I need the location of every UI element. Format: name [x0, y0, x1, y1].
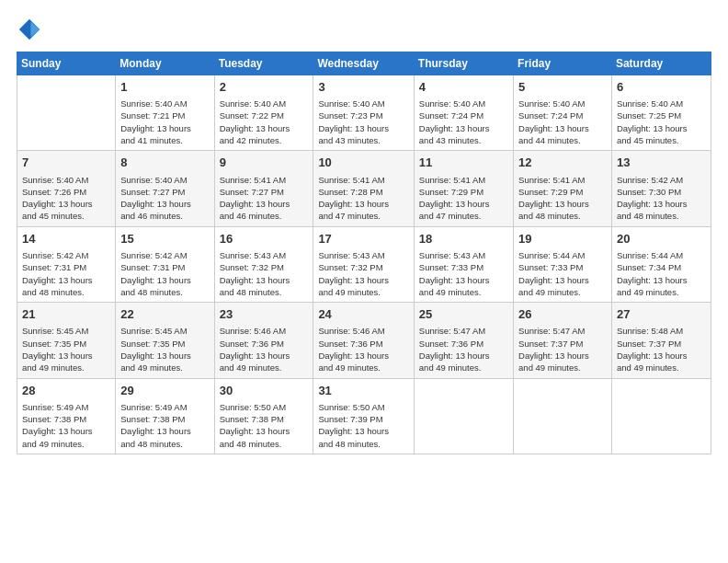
- day-info-line: Sunrise: 5:46 AM: [220, 325, 309, 337]
- day-number: 14: [22, 231, 110, 247]
- calendar-cell: 20Sunrise: 5:44 AMSunset: 7:34 PMDayligh…: [611, 226, 711, 302]
- day-info-line: Sunset: 7:33 PM: [419, 261, 508, 273]
- day-info-line: Sunset: 7:38 PM: [120, 413, 209, 425]
- day-info-line: Daylight: 13 hours: [120, 350, 209, 362]
- day-info-line: and 48 minutes.: [220, 286, 309, 298]
- day-info-line: Sunset: 7:37 PM: [518, 338, 607, 350]
- calendar-cell: 2Sunrise: 5:40 AMSunset: 7:22 PMDaylight…: [214, 75, 313, 151]
- day-info-line: Sunset: 7:36 PM: [318, 338, 408, 350]
- calendar-cell: 22Sunrise: 5:45 AMSunset: 7:35 PMDayligh…: [116, 303, 214, 378]
- day-info-line: Sunrise: 5:49 AM: [120, 401, 209, 413]
- day-info-line: and 48 minutes.: [518, 210, 607, 222]
- day-number: 10: [318, 155, 408, 171]
- day-number: 29: [120, 383, 209, 399]
- day-info-line: Sunset: 7:29 PM: [419, 186, 508, 198]
- day-info-line: Sunset: 7:29 PM: [518, 186, 607, 198]
- day-info-line: Sunrise: 5:40 AM: [120, 174, 209, 186]
- calendar-cell: 17Sunrise: 5:43 AMSunset: 7:32 PMDayligh…: [313, 226, 414, 302]
- day-number: 7: [22, 155, 110, 171]
- calendar-cell: 19Sunrise: 5:44 AMSunset: 7:33 PMDayligh…: [514, 226, 612, 302]
- day-info-line: and 48 minutes.: [120, 286, 209, 298]
- day-number: 18: [419, 231, 508, 247]
- day-info-line: Daylight: 13 hours: [617, 198, 706, 210]
- day-info-line: Sunrise: 5:50 AM: [220, 401, 309, 413]
- day-info-line: Sunrise: 5:43 AM: [318, 249, 408, 261]
- day-info-line: Daylight: 13 hours: [220, 425, 309, 437]
- day-info-line: Sunrise: 5:40 AM: [518, 98, 607, 109]
- day-number: 20: [617, 231, 706, 247]
- day-info-line: Daylight: 13 hours: [220, 198, 309, 210]
- calendar-cell: 7Sunrise: 5:40 AMSunset: 7:26 PMDaylight…: [17, 151, 116, 226]
- day-number: 24: [318, 306, 408, 323]
- day-info-line: and 43 minutes.: [419, 134, 508, 146]
- day-info-line: Daylight: 13 hours: [22, 350, 110, 362]
- day-number: 26: [518, 306, 607, 323]
- day-info-line: Sunrise: 5:40 AM: [22, 174, 110, 186]
- day-info-line: Sunset: 7:31 PM: [22, 261, 110, 273]
- header: [17, 17, 711, 42]
- header-day-saturday: Saturday: [611, 52, 711, 75]
- calendar-week-0: 1Sunrise: 5:40 AMSunset: 7:21 PMDaylight…: [17, 75, 711, 151]
- day-number: 16: [220, 231, 309, 247]
- day-info-line: Daylight: 13 hours: [120, 122, 209, 134]
- day-info-line: Sunrise: 5:45 AM: [22, 325, 110, 337]
- day-info-line: and 49 minutes.: [617, 286, 706, 298]
- day-info-line: Sunset: 7:22 PM: [220, 109, 309, 121]
- day-info-line: Sunset: 7:23 PM: [318, 109, 408, 121]
- day-info-line: Sunset: 7:27 PM: [120, 186, 209, 198]
- day-info-line: Sunset: 7:36 PM: [220, 338, 309, 350]
- day-info-line: and 47 minutes.: [419, 210, 508, 222]
- day-info-line: and 46 minutes.: [120, 210, 209, 222]
- day-number: 15: [120, 231, 209, 247]
- calendar-cell: 8Sunrise: 5:40 AMSunset: 7:27 PMDaylight…: [116, 151, 214, 226]
- day-number: 4: [419, 79, 508, 96]
- day-info-line: Daylight: 13 hours: [120, 425, 209, 437]
- day-info-line: Sunrise: 5:50 AM: [318, 401, 408, 413]
- day-info-line: Sunset: 7:38 PM: [22, 413, 110, 425]
- calendar-cell: 29Sunrise: 5:49 AMSunset: 7:38 PMDayligh…: [116, 378, 214, 454]
- day-number: 2: [220, 79, 309, 96]
- day-info-line: and 49 minutes.: [617, 362, 706, 373]
- calendar-cell: 16Sunrise: 5:43 AMSunset: 7:32 PMDayligh…: [214, 226, 313, 302]
- day-info-line: Daylight: 13 hours: [318, 350, 408, 362]
- day-info-line: and 43 minutes.: [318, 134, 408, 146]
- calendar-cell: 25Sunrise: 5:47 AMSunset: 7:36 PMDayligh…: [414, 303, 513, 378]
- calendar-table: SundayMondayTuesdayWednesdayThursdayFrid…: [17, 52, 711, 454]
- day-info-line: and 41 minutes.: [120, 134, 209, 146]
- day-info-line: Sunrise: 5:48 AM: [617, 325, 706, 337]
- day-info-line: Sunrise: 5:45 AM: [120, 325, 209, 337]
- day-info-line: and 42 minutes.: [220, 134, 309, 146]
- day-info-line: Daylight: 13 hours: [220, 122, 309, 134]
- day-info-line: Sunset: 7:34 PM: [617, 261, 706, 273]
- day-info-line: Sunrise: 5:40 AM: [120, 98, 209, 109]
- day-info-line: and 49 minutes.: [318, 362, 408, 373]
- logo-icon: [17, 17, 42, 42]
- day-info-line: and 49 minutes.: [120, 362, 209, 373]
- day-info-line: Sunset: 7:31 PM: [120, 261, 209, 273]
- day-info-line: Daylight: 13 hours: [318, 122, 408, 134]
- day-info-line: Sunset: 7:38 PM: [220, 413, 309, 425]
- day-info-line: and 49 minutes.: [220, 362, 309, 373]
- calendar-cell: 3Sunrise: 5:40 AMSunset: 7:23 PMDaylight…: [313, 75, 414, 151]
- day-info-line: Daylight: 13 hours: [617, 274, 706, 286]
- calendar-cell: [414, 378, 513, 454]
- day-info-line: Sunset: 7:27 PM: [220, 186, 309, 198]
- day-info-line: Sunrise: 5:42 AM: [22, 249, 110, 261]
- day-info-line: Sunrise: 5:41 AM: [419, 174, 508, 186]
- day-info-line: Daylight: 13 hours: [318, 274, 408, 286]
- day-info-line: Daylight: 13 hours: [419, 122, 508, 134]
- day-number: 6: [617, 79, 706, 96]
- day-info-line: Sunrise: 5:49 AM: [22, 401, 110, 413]
- calendar-cell: 28Sunrise: 5:49 AMSunset: 7:38 PMDayligh…: [17, 378, 116, 454]
- day-number: 1: [120, 79, 209, 96]
- day-info-line: Sunset: 7:35 PM: [120, 338, 209, 350]
- day-info-line: Sunset: 7:21 PM: [120, 109, 209, 121]
- calendar-cell: 21Sunrise: 5:45 AMSunset: 7:35 PMDayligh…: [17, 303, 116, 378]
- header-day-thursday: Thursday: [414, 52, 513, 75]
- calendar-header: SundayMondayTuesdayWednesdayThursdayFrid…: [17, 52, 711, 75]
- day-info-line: Daylight: 13 hours: [120, 198, 209, 210]
- header-day-sunday: Sunday: [17, 52, 116, 75]
- day-info-line: Sunrise: 5:41 AM: [518, 174, 607, 186]
- day-info-line: and 45 minutes.: [617, 134, 706, 146]
- day-number: 22: [120, 306, 209, 323]
